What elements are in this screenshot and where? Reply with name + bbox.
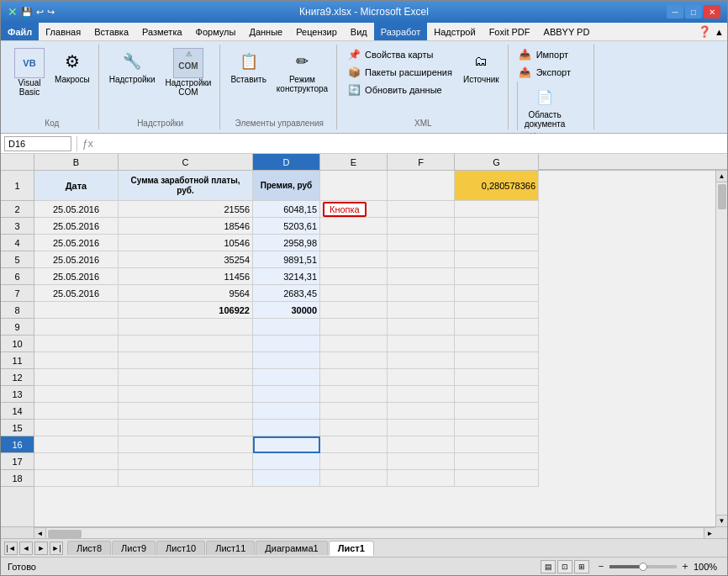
zoom-out-button[interactable]: － xyxy=(596,559,606,573)
cell-d1[interactable]: Премия, руб xyxy=(253,171,320,201)
tab-last-button[interactable]: ►| xyxy=(50,542,63,555)
row-header-15[interactable]: 15 xyxy=(1,420,34,436)
row-header-17[interactable]: 17 xyxy=(1,453,34,470)
cell-c2[interactable]: 21556 xyxy=(119,201,253,218)
cell-b6[interactable]: 25.05.2016 xyxy=(34,268,119,285)
horizontal-scrollbar[interactable]: ◄ ► xyxy=(34,527,715,538)
cell-f6[interactable] xyxy=(388,268,455,285)
cell-f3[interactable] xyxy=(388,218,455,235)
cell-g2[interactable] xyxy=(455,201,539,218)
row-header-16[interactable]: 16 xyxy=(1,436,34,453)
menu-foxit[interactable]: Foxit PDF xyxy=(483,23,537,40)
cell-e3[interactable] xyxy=(320,218,388,235)
cell-f8[interactable] xyxy=(388,302,455,319)
scroll-up-button[interactable]: ▲ xyxy=(716,171,727,182)
design-mode-button[interactable]: ✏ Режимконструктора xyxy=(273,46,331,95)
cell-b4[interactable]: 25.05.2016 xyxy=(34,235,119,251)
cell-f5[interactable] xyxy=(388,251,455,268)
row-header-7[interactable]: 7 xyxy=(1,285,34,302)
cell-b8[interactable] xyxy=(34,302,119,319)
insert-controls-button[interactable]: 📋 Вставить xyxy=(227,46,269,86)
quick-access-save[interactable]: 💾 xyxy=(21,7,33,18)
row-header-14[interactable]: 14 xyxy=(1,403,34,420)
row-header-9[interactable]: 9 xyxy=(1,319,34,336)
cell-g16[interactable] xyxy=(455,436,539,453)
quick-access-undo[interactable]: ↩ xyxy=(36,7,44,18)
cell-c3[interactable]: 18546 xyxy=(119,218,253,235)
cell-d7[interactable]: 2683,45 xyxy=(253,285,320,302)
cell-c4[interactable]: 10546 xyxy=(119,235,253,251)
cell-f1[interactable] xyxy=(388,171,455,201)
sheet-tab-list9[interactable]: Лист9 xyxy=(112,541,156,555)
cell-b16[interactable] xyxy=(34,436,119,453)
cell-g7[interactable] xyxy=(455,285,539,302)
quick-access-redo[interactable]: ↪ xyxy=(47,7,55,18)
cell-f16[interactable] xyxy=(388,436,455,453)
refresh-data-button[interactable]: 🔄 Обновить данные xyxy=(344,82,455,98)
row-header-11[interactable]: 11 xyxy=(1,352,34,369)
menu-addins[interactable]: Надстрой xyxy=(427,23,482,40)
com-addins-button[interactable]: ⚠ COM НадстройкиCOM xyxy=(162,46,215,98)
cell-f2[interactable] xyxy=(388,201,455,218)
scroll-right-button[interactable]: ► xyxy=(704,528,715,539)
row-header-2[interactable]: 2 xyxy=(1,201,34,218)
menu-layout[interactable]: Разметка xyxy=(135,23,189,40)
sheet-tab-diagram1[interactable]: Диаграмма1 xyxy=(256,541,327,555)
tab-next-button[interactable]: ► xyxy=(34,542,48,555)
addins-button[interactable]: 🔧 Надстройки xyxy=(106,46,159,86)
cell-c1[interactable]: Сумма заработной платы, руб. xyxy=(119,171,253,201)
row-header-18[interactable]: 18 xyxy=(1,470,34,487)
row-header-3[interactable]: 3 xyxy=(1,218,34,235)
row-header-13[interactable]: 13 xyxy=(1,386,34,403)
cell-c16[interactable] xyxy=(119,436,253,453)
normal-view-button[interactable]: ▤ xyxy=(541,560,556,573)
cell-e2[interactable]: Кнопка xyxy=(320,201,388,218)
cell-d16[interactable] xyxy=(253,436,320,453)
col-header-c[interactable]: C xyxy=(119,154,253,170)
cell-d8[interactable]: 30000 xyxy=(253,302,320,319)
sheet-tab-list11[interactable]: Лист11 xyxy=(206,541,255,555)
row-header-5[interactable]: 5 xyxy=(1,251,34,268)
row-header-10[interactable]: 10 xyxy=(1,336,34,352)
menu-home[interactable]: Главная xyxy=(39,23,87,40)
tab-first-button[interactable]: |◄ xyxy=(4,542,18,555)
visual-basic-button[interactable]: VB VisualBasic xyxy=(11,46,48,98)
cell-b2[interactable]: 25.05.2016 xyxy=(34,201,119,218)
menu-formulas[interactable]: Формулы xyxy=(189,23,243,40)
help-icon[interactable]: ❓ xyxy=(698,25,711,38)
menu-data[interactable]: Данные xyxy=(242,23,289,40)
cell-c6[interactable]: 11456 xyxy=(119,268,253,285)
col-header-f[interactable]: F xyxy=(388,154,455,170)
page-break-button[interactable]: ⊞ xyxy=(574,560,589,573)
cell-f4[interactable] xyxy=(388,235,455,251)
cell-e8[interactable] xyxy=(320,302,388,319)
cell-b3[interactable]: 25.05.2016 xyxy=(34,218,119,235)
menu-file[interactable]: Файл xyxy=(1,23,39,40)
cell-c7[interactable]: 9564 xyxy=(119,285,253,302)
col-header-g[interactable]: G xyxy=(455,154,539,170)
cell-b7[interactable]: 25.05.2016 xyxy=(34,285,119,302)
formula-input[interactable] xyxy=(97,139,724,149)
cell-d6[interactable]: 3214,31 xyxy=(253,268,320,285)
cell-g6[interactable] xyxy=(455,268,539,285)
knopka-button[interactable]: Кнопка xyxy=(323,202,367,217)
tab-prev-button[interactable]: ◄ xyxy=(19,542,33,555)
name-box[interactable] xyxy=(4,136,71,151)
cell-e4[interactable] xyxy=(320,235,388,251)
cell-b5[interactable]: 25.05.2016 xyxy=(34,251,119,268)
col-header-e[interactable]: E xyxy=(320,154,388,170)
macros-button[interactable]: ⚙ Макросы xyxy=(51,46,93,86)
zoom-slider-thumb[interactable] xyxy=(639,563,647,571)
ribbon-minimize-icon[interactable]: ▲ xyxy=(715,27,724,37)
export-button[interactable]: 📤 Экспорт xyxy=(515,64,573,81)
cell-g3[interactable] xyxy=(455,218,539,235)
document-area-button[interactable]: 📄 Областьдокумента xyxy=(521,82,569,130)
scroll-thumb-v[interactable] xyxy=(718,184,726,209)
cell-d2[interactable]: 6048,15 xyxy=(253,201,320,218)
row-header-6[interactable]: 6 xyxy=(1,268,34,285)
maximize-button[interactable]: □ xyxy=(685,5,702,18)
cell-g1[interactable]: 0,280578366 xyxy=(455,171,539,201)
cell-c5[interactable]: 35254 xyxy=(119,251,253,268)
menu-insert[interactable]: Вставка xyxy=(87,23,135,40)
zoom-in-button[interactable]: ＋ xyxy=(680,559,690,573)
